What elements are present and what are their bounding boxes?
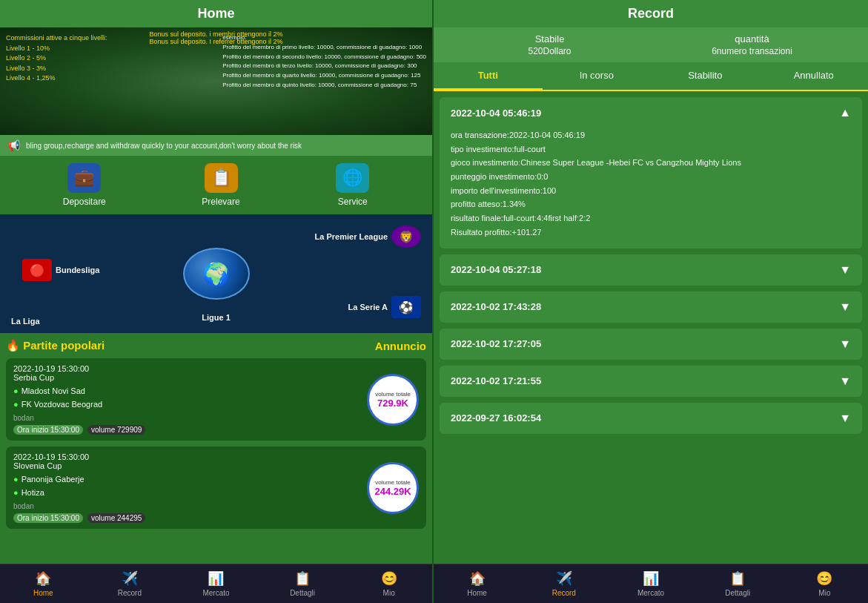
service-button[interactable]: 🌐 Service	[336, 163, 369, 207]
nav-record-right[interactable]: ✈️ Record	[520, 564, 607, 603]
record-date-1: 2022-10-04 05:46:19	[451, 108, 541, 119]
bottom-nav-right: 🏠 Home ✈️ Record 📊 Mercato 📋 Dettagli 😊 …	[434, 564, 868, 603]
match-tags-2: Ora inizio 15:30:00 volume 244295	[13, 513, 360, 523]
nav-mercato-right[interactable]: 📊 Mercato	[607, 564, 694, 603]
record-item-5: 2022-10-02 17:21:55 ▼	[440, 366, 862, 397]
deposit-button[interactable]: 💼 Depositare	[63, 163, 106, 207]
marquee-bar: 📢 bling group,recharge and withdraw quic…	[0, 135, 432, 156]
left-panel: Home Bonus sul deposito. i membri otteng…	[0, 0, 434, 603]
nav-dettagli-right[interactable]: 📋 Dettagli	[695, 564, 781, 603]
chevron-down-icon-2: ▼	[839, 263, 851, 277]
match-teams-2: ●Panonija Gaberje ●Hotiza	[13, 473, 360, 499]
record-header-5[interactable]: 2022-10-02 17:21:55 ▼	[440, 366, 862, 397]
popular-header: Partite popolari Annuncio	[6, 339, 426, 352]
right-header: Record	[434, 0, 868, 27]
mercato-icon-left: 📊	[208, 570, 224, 587]
record-date-3: 2022-10-02 17:43:28	[451, 301, 541, 312]
withdraw-button[interactable]: 📋 Prelevare	[202, 163, 239, 207]
dettagli-icon-right: 📋	[729, 570, 746, 587]
match-date-1: 2022-10-19 15:30:00	[13, 364, 360, 373]
premier-icon: 🦁	[391, 225, 421, 248]
record-date-5: 2022-10-02 17:21:55	[451, 375, 541, 386]
tab-in-corso[interactable]: In corso	[543, 62, 652, 90]
match-date-2: 2022-10-19 15:30:00	[13, 452, 360, 461]
tab-tutti[interactable]: Tutti	[434, 62, 543, 90]
nav-mio-left[interactable]: 😊 Mio	[345, 564, 432, 603]
nav-record-label-left: Record	[118, 589, 142, 597]
laliga-badge[interactable]: La Liga	[11, 317, 40, 326]
chevron-down-icon-6: ▼	[839, 412, 851, 425]
record-header-3[interactable]: 2022-10-02 17:43:28 ▼	[440, 291, 862, 323]
record-item-2: 2022-10-04 05:27:18 ▼	[440, 254, 862, 286]
nav-mercato-label-left: Mercato	[202, 589, 229, 597]
mio-icon-left: 😊	[381, 570, 397, 587]
nav-home-left[interactable]: 🏠 Home	[0, 564, 87, 603]
record-item-4: 2022-10-02 17:27:05 ▼	[440, 329, 862, 360]
popular-title: Partite popolari	[6, 339, 105, 352]
action-buttons: 💼 Depositare 📋 Prelevare 🌐 Service	[0, 156, 432, 214]
seriea-icon: ⚽	[391, 296, 421, 318]
volume-circle-1: volume totale 729.9K	[367, 374, 419, 426]
match-info-1: 2022-10-19 15:30:00 Serbia Cup ●Mladost …	[13, 364, 360, 435]
nav-record-left[interactable]: ✈️ Record	[87, 564, 173, 603]
tag-volume-1: volume 729909	[87, 425, 145, 435]
service-label: Service	[338, 197, 368, 207]
seriea-badge[interactable]: ⚽ La Serie A	[348, 296, 421, 318]
service-icon: 🌐	[336, 163, 369, 193]
record-date-4: 2022-10-02 17:27:05	[451, 338, 541, 349]
chevron-down-icon-3: ▼	[839, 300, 851, 314]
bundesliga-badge[interactable]: 🔴 Bundesliga	[22, 259, 99, 281]
nav-home-label-right: Home	[467, 589, 487, 597]
match-league-2: Slovenia Cup	[13, 461, 360, 470]
marquee-icon: 📢	[7, 139, 20, 151]
record-item-1: 2022-10-04 05:46:19 ▲ ora transazione:20…	[440, 97, 862, 248]
deposit-label: Depositare	[63, 197, 106, 207]
nav-dettagli-left[interactable]: 📋 Dettagli	[259, 564, 346, 603]
withdraw-icon: 📋	[205, 163, 238, 193]
popular-section: Partite popolari Annuncio 2022-10-19 15:…	[0, 333, 432, 564]
premier-badge[interactable]: 🦁 La Premier League	[315, 225, 421, 248]
leagues-section: 🌍 🔴 Bundesliga 🦁 La Premier League ⚽ La …	[0, 214, 432, 333]
record-icon-left: ✈️	[122, 570, 138, 587]
ligue1-badge[interactable]: Ligue 1	[202, 313, 231, 322]
dettagli-icon-left: 📋	[294, 570, 311, 587]
record-tabs: Tutti In corso Stabilito Annullato	[434, 62, 868, 91]
chevron-down-icon-4: ▼	[839, 337, 851, 351]
record-item-3: 2022-10-02 17:43:28 ▼	[440, 291, 862, 323]
home-icon-right: 🏠	[469, 570, 486, 587]
stat-stabile: Stabile 520Dollaro	[448, 33, 651, 56]
league-globe: 🌍	[183, 248, 250, 300]
record-header-4[interactable]: 2022-10-02 17:27:05 ▼	[440, 329, 862, 360]
records-list: 2022-10-04 05:46:19 ▲ ora transazione:20…	[434, 91, 868, 564]
nav-record-label-right: Record	[552, 589, 576, 597]
match-card-2[interactable]: 2022-10-19 15:30:00 Slovenia Cup ●Panoni…	[6, 447, 426, 529]
record-header-1[interactable]: 2022-10-04 05:46:19 ▲	[440, 97, 862, 128]
record-header-6[interactable]: 2022-09-27 16:02:54 ▼	[440, 403, 862, 434]
marquee-text: bling group,recharge and withdraw quickl…	[26, 142, 302, 150]
nav-mio-label-left: Mio	[383, 589, 395, 597]
stats-bar: Stabile 520Dollaro quantità 6numero tran…	[434, 27, 868, 62]
bottom-nav-left: 🏠 Home ✈️ Record 📊 Mercato 📋 Dettagli 😊 …	[0, 564, 432, 603]
bundesliga-icon: 🔴	[22, 259, 52, 281]
hero-text-left: Commissioni attive a cinque livelli: Liv…	[6, 33, 107, 84]
tag-ora-2: Ora inizio 15:30:00	[13, 513, 83, 523]
tab-stabilito[interactable]: Stabilito	[651, 62, 760, 90]
chevron-up-icon-1: ▲	[839, 106, 851, 119]
nav-mio-right[interactable]: 😊 Mio	[781, 564, 868, 603]
nav-mercato-left[interactable]: 📊 Mercato	[173, 564, 259, 603]
tag-volume-2: volume 244295	[87, 513, 145, 523]
stat-quantita-label: quantità	[651, 33, 853, 45]
nav-home-right[interactable]: 🏠 Home	[434, 564, 520, 603]
tab-annullato[interactable]: Annullato	[760, 62, 869, 90]
mio-icon-right: 😊	[816, 570, 832, 587]
record-detail-1: ora transazione:2022-10-04 05:46:19 tipo…	[440, 128, 862, 248]
stat-stabile-value: 520Dollaro	[448, 46, 651, 56]
match-card-1[interactable]: 2022-10-19 15:30:00 Serbia Cup ●Mladost …	[6, 358, 426, 441]
left-header: Home	[0, 0, 432, 27]
mercato-icon-right: 📊	[643, 570, 659, 587]
right-panel: Record Stabile 520Dollaro quantità 6nume…	[434, 0, 868, 603]
hero-banner: Bonus sul deposito. i membri ottengono i…	[0, 27, 432, 135]
volume-circle-2: volume totale 244.29K	[367, 462, 419, 514]
home-icon-left: 🏠	[35, 570, 51, 587]
record-header-2[interactable]: 2022-10-04 05:27:18 ▼	[440, 254, 862, 286]
